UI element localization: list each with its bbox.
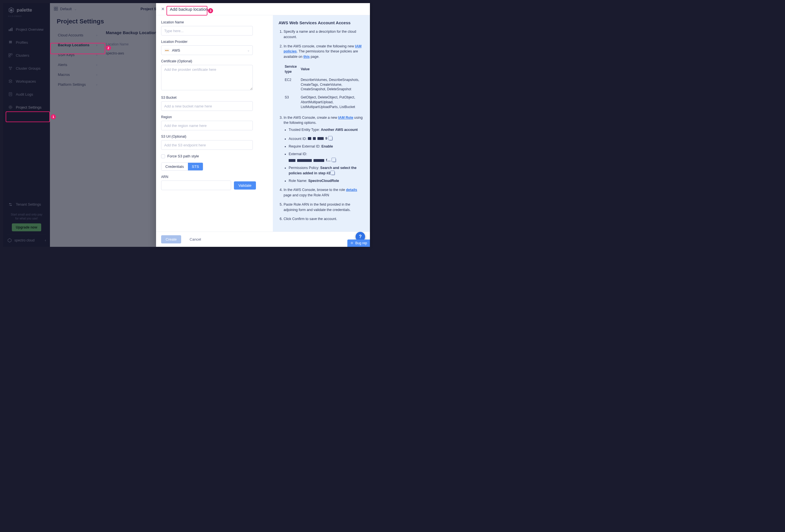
certificate-textarea[interactable] [161,65,253,90]
force-s3-path-checkbox[interactable] [161,154,165,158]
s3-url-input[interactable] [161,140,253,150]
svg-rect-4 [11,28,12,31]
create-button[interactable]: Create [161,235,181,243]
svg-rect-2 [9,29,9,31]
table-header: Service type [284,62,300,76]
nav-clusters[interactable]: Clusters [3,49,50,61]
redacted-text [313,159,324,162]
checkbox-label: Force S3 path style [167,154,199,158]
label: Location Name [161,20,268,24]
aws-icon: aws [164,49,170,52]
location-name-input[interactable] [161,26,253,35]
bug-report-label: Bug rep [355,241,367,245]
svg-point-10 [9,67,10,68]
region-input[interactable] [161,121,253,130]
upgrade-button[interactable]: Upgrade now [12,223,41,231]
svg-point-29 [351,243,352,244]
callout-box-1 [6,111,50,122]
svg-marker-13 [9,80,12,81]
project-scope-selector[interactable]: Default ⌄ [54,7,77,11]
settings-tab-alerts[interactable]: Alerts› [57,60,99,70]
redacted-text [308,137,311,140]
gear-icon [8,105,13,109]
list-item: External ID: f… [289,152,364,163]
nav-label: Project Settings [16,105,42,109]
nav-profiles[interactable]: Profiles [3,36,50,49]
arn-input[interactable] [161,181,231,190]
table-header: Value [300,62,364,76]
svg-point-18 [9,106,11,108]
chevron-down-icon: ⌄ [247,49,250,52]
nav-audit-logs[interactable]: Audit Logs [3,88,50,100]
callout-badge-3: 3 [208,8,213,13]
nav-cluster-groups[interactable]: Cluster Groups [3,62,50,75]
svg-point-19 [9,106,12,109]
label: Location Provider [161,40,268,44]
redacted-text [289,159,296,162]
copy-icon[interactable] [332,159,336,162]
settings-sidebar: Cloud Accounts› Backup Locations› SSH Ke… [50,30,101,89]
primary-nav: Project Overview Profiles Clusters Clust… [3,20,50,113]
field-certificate: Certificate (Optional) [161,59,268,91]
add-backup-location-panel: ✕ Add backup location Location Name Loca… [156,3,370,247]
org-switcher[interactable]: spectro cloud ‹ [7,234,46,243]
svg-point-22 [9,203,10,204]
svg-marker-24 [8,238,11,242]
help-steps: Specify a name and a description for the… [279,29,364,222]
tab-credentials[interactable]: Credentials [161,163,188,170]
help-step-2: In the AWS console, create the following… [284,44,364,111]
chevron-right-icon: › [96,63,97,67]
copy-icon[interactable] [329,137,333,140]
list-item: Trusted Entity Type: Another AWS account [289,127,364,133]
role-details-link[interactable]: details [346,188,357,192]
cluster-groups-icon [8,66,13,71]
sliders-icon [8,202,13,207]
help-title: AWS Web Services Account Access [279,20,364,25]
validate-button[interactable]: Validate [234,181,256,190]
label: Region [161,115,268,119]
nav-workspaces[interactable]: Workspaces [3,75,50,87]
profiles-icon [8,40,13,45]
iam-role-link[interactable]: IAM Role [338,116,353,119]
audit-logs-icon [8,92,13,97]
table-row: EC2DescribeVolumes, DescribeSnapshots, C… [284,76,364,94]
cancel-button[interactable]: Cancel [185,235,205,243]
workspaces-icon [8,79,13,83]
tab-sts[interactable]: STS [188,163,203,170]
field-s3-bucket: S3 Bucket [161,96,268,111]
field-location-name: Location Name [161,20,268,35]
list-item: Require External ID: Enable [289,144,364,149]
redacted-text [297,159,312,162]
sidebar-bottom: Tenant Settings Start small and only pay… [3,196,50,247]
settings-tab-cloud-accounts[interactable]: Cloud Accounts› [57,30,99,40]
palette-logo-icon [8,7,15,13]
svg-rect-8 [11,54,12,55]
service-permissions-table: Service typeValue EC2DescribeVolumes, De… [284,62,364,111]
this-page-link[interactable]: this [303,55,309,59]
help-column: AWS Web Services Account Access Specify … [273,15,370,232]
nav-label: Clusters [16,53,29,57]
label: Certificate (Optional) [161,59,268,63]
label: S3 Url (Optional) [161,135,268,138]
location-provider-select[interactable]: aws AWS ⌄ [161,46,253,55]
settings-tab-platform-settings[interactable]: Platform Settings› [57,80,99,89]
nav-tenant-settings[interactable]: Tenant Settings [7,200,46,210]
scope-label: Default [60,7,72,11]
chevron-right-icon: › [96,82,97,87]
svg-point-11 [11,67,12,68]
nav-project-overview[interactable]: Project Overview [3,23,50,35]
nav-label: Workspaces [16,79,36,83]
close-icon[interactable]: ✕ [161,6,165,11]
callout-badge-2: 2 [106,46,111,51]
settings-tab-macros[interactable]: Macros› [57,70,99,80]
sidebar: palette 4.1.0-230815 Project Overview Pr… [3,3,50,247]
build-version: 4.1.0-230815 [3,15,50,20]
s3-bucket-input[interactable] [161,101,253,111]
svg-rect-5 [9,41,12,42]
overview-icon [8,27,13,32]
nav-label: Tenant Settings [16,202,41,207]
bug-report-button[interactable]: Bug rep [347,239,370,247]
promo-text: Start small and only pay for what you us… [7,212,46,220]
nav-label: Cluster Groups [16,66,40,71]
copy-icon[interactable] [331,171,335,175]
